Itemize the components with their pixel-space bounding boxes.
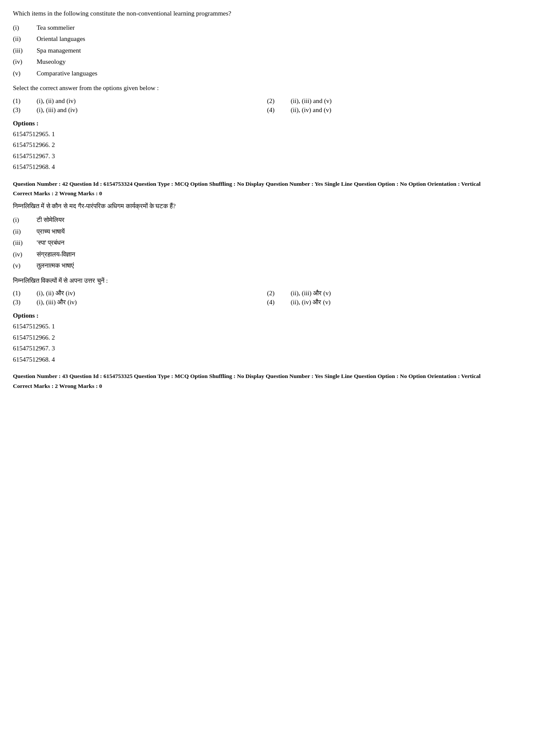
answer-text: (ii), (iv) and (v) — [291, 106, 331, 114]
answer-row: (3) (i), (iii) and (iv) — [13, 106, 267, 114]
item-text: Tea sommelier — [37, 23, 75, 33]
answer-num: (3) — [13, 299, 37, 306]
answer-text: (ii), (iii) और (v) — [291, 290, 331, 297]
answers-grid-42: (1) (i), (ii) और (iv) (2) (ii), (iii) और… — [13, 290, 521, 306]
question-42-items: (i) टी सोमेलियर (ii) प्राच्य भाषायें (ii… — [13, 215, 521, 271]
item-num: (iii) — [13, 238, 37, 248]
answer-num: (3) — [13, 106, 37, 114]
question-42-meta-block: Question Number : 42 Question Id : 61547… — [13, 180, 521, 197]
answers-grid-41: (1) (i), (ii) and (iv) (2) (ii), (iii) a… — [13, 97, 521, 114]
answer-text: (i), (iii) and (iv) — [37, 106, 78, 114]
item-text: टी सोमेलियर — [37, 215, 65, 225]
option-value: 61547512967. 3 — [13, 343, 521, 354]
option-value: 61547512968. 4 — [13, 354, 521, 366]
question-42-marks: Correct Marks : 2 Wrong Marks : 0 — [13, 190, 521, 197]
question-41-items: (i) Tea sommelier (ii) Oriental language… — [13, 23, 521, 78]
answer-text: (i), (ii) and (iv) — [37, 97, 76, 105]
item-num: (iv) — [13, 250, 37, 259]
list-item: (v) तुलनात्मक भाषाएं — [13, 261, 521, 271]
answer-num: (1) — [13, 290, 37, 297]
item-text: 'स्पा' प्रबंधन — [37, 238, 65, 248]
answer-text: (ii), (iii) and (v) — [291, 97, 332, 105]
answer-num: (4) — [267, 106, 291, 114]
option-value: 61547512966. 2 — [13, 140, 521, 151]
item-text: Comparative languages — [37, 69, 97, 78]
answer-text: (ii), (iv) और (v) — [291, 299, 330, 306]
options-label-42: Options : — [13, 312, 521, 319]
answer-num: (2) — [267, 290, 291, 297]
list-item: (ii) Oriental languages — [13, 34, 521, 44]
list-item: (i) Tea sommelier — [13, 23, 521, 33]
list-item: (iv) संग्रहालय-विज्ञान — [13, 250, 521, 259]
item-text: Spa management — [37, 46, 81, 56]
item-num: (iv) — [13, 57, 37, 67]
answer-row: (1) (i), (ii) and (iv) — [13, 97, 267, 105]
answer-row: (2) (ii), (iii) और (v) — [267, 290, 521, 297]
options-values-41: 61547512965. 1 61547512966. 2 6154751296… — [13, 129, 521, 173]
item-num: (v) — [13, 69, 37, 78]
answer-num: (1) — [13, 97, 37, 105]
question-41-block: Which items in the following constitute … — [13, 9, 521, 173]
answer-row: (2) (ii), (iii) and (v) — [267, 97, 521, 105]
item-text: प्राच्य भाषायें — [37, 227, 65, 237]
option-value: 61547512965. 1 — [13, 129, 521, 140]
item-num: (i) — [13, 23, 37, 33]
item-text: Oriental languages — [37, 34, 85, 44]
item-text: Museology — [37, 57, 66, 67]
options-label-41: Options : — [13, 120, 521, 127]
item-text: संग्रहालय-विज्ञान — [37, 250, 75, 259]
item-num: (v) — [13, 261, 37, 271]
answer-text: (i), (iii) और (iv) — [37, 299, 77, 306]
option-value: 61547512968. 4 — [13, 162, 521, 173]
answer-row: (1) (i), (ii) और (iv) — [13, 290, 267, 297]
list-item: (iii) Spa management — [13, 46, 521, 56]
question-43-meta-line1: Question Number : 43 Question Id : 61547… — [13, 372, 521, 381]
question-42-meta-line1: Question Number : 42 Question Id : 61547… — [13, 180, 521, 188]
answer-row: (3) (i), (iii) और (iv) — [13, 299, 267, 306]
question-42-block: निम्नलिखित में से कौन से मद गैर-पारंपरिक… — [13, 201, 521, 366]
select-instruction-41: Select the correct answer from the optio… — [13, 83, 521, 93]
list-item: (iii) 'स्पा' प्रबंधन — [13, 238, 521, 248]
answer-row: (4) (ii), (iv) और (v) — [267, 299, 521, 306]
item-num: (ii) — [13, 34, 37, 44]
question-42-text: निम्नलिखित में से कौन से मद गैर-पारंपरिक… — [13, 201, 521, 211]
option-value: 61547512966. 2 — [13, 332, 521, 344]
answer-text: (i), (ii) और (iv) — [37, 290, 75, 297]
answer-num: (4) — [267, 299, 291, 306]
list-item: (i) टी सोमेलियर — [13, 215, 521, 225]
answer-row: (4) (ii), (iv) and (v) — [267, 106, 521, 114]
select-instruction-42: निम्नलिखित विकल्पों में से अपना उत्तर चु… — [13, 276, 521, 286]
item-num: (iii) — [13, 46, 37, 56]
question-41-text: Which items in the following constitute … — [13, 9, 521, 19]
option-value: 61547512967. 3 — [13, 151, 521, 162]
item-num: (i) — [13, 215, 37, 225]
question-43-meta-block: Question Number : 43 Question Id : 61547… — [13, 372, 521, 389]
list-item: (v) Comparative languages — [13, 69, 521, 78]
item-text: तुलनात्मक भाषाएं — [37, 261, 74, 271]
option-value: 61547512965. 1 — [13, 321, 521, 332]
options-values-42: 61547512965. 1 61547512966. 2 6154751296… — [13, 321, 521, 365]
answer-num: (2) — [267, 97, 291, 105]
list-item: (ii) प्राच्य भाषायें — [13, 227, 521, 237]
list-item: (iv) Museology — [13, 57, 521, 67]
question-43-marks: Correct Marks : 2 Wrong Marks : 0 — [13, 383, 521, 390]
item-num: (ii) — [13, 227, 37, 237]
